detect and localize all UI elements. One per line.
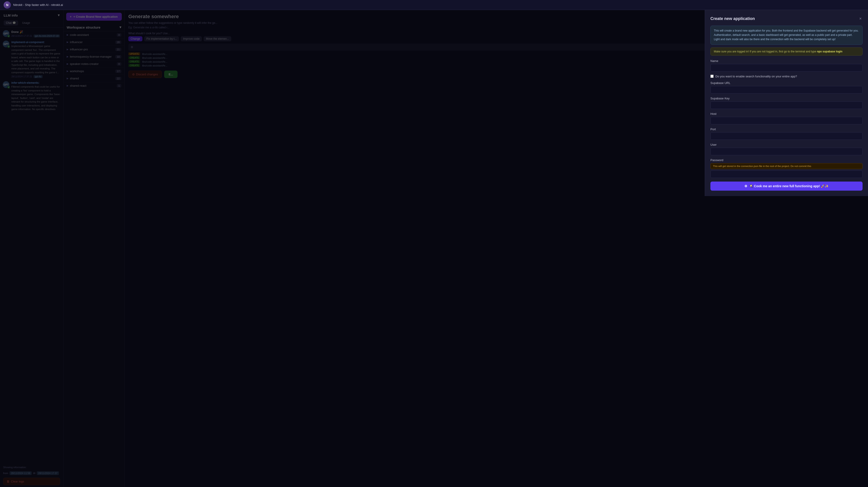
create-app-modal: Create new application × This will creat… [705, 10, 868, 196]
password-field-group: Password This will get stored in the con… [710, 159, 863, 178]
app-logo: N [4, 1, 11, 9]
supabase-key-label: Supabase Key [710, 97, 863, 100]
password-label: Password [710, 159, 863, 162]
search-checkbox[interactable] [710, 75, 714, 78]
host-input[interactable] [710, 117, 863, 124]
name-input[interactable] [710, 64, 863, 71]
modal-overlay: Create new application × This will creat… [0, 10, 868, 487]
search-checkbox-row: Do you want to enable search functionali… [710, 75, 863, 78]
modal-info-box: This will create a brand new application… [710, 26, 863, 45]
name-field-group: Name [710, 59, 863, 71]
modal-close-button[interactable]: × [858, 16, 863, 22]
user-input[interactable] [710, 148, 863, 155]
supabase-key-group: Supabase Key [710, 97, 863, 109]
port-input[interactable] [710, 132, 863, 140]
app-title: Nitrokit - Ship faster with AI - nitroki… [13, 3, 63, 7]
user-label: User [710, 143, 863, 146]
user-field-group: User [710, 143, 863, 155]
port-label: Port [710, 127, 863, 131]
topbar: N Nitrokit - Ship faster with AI - nitro… [0, 0, 868, 10]
supabase-url-group: Supabase URL [710, 81, 863, 93]
port-field-group: Port [710, 127, 863, 140]
supabase-url-input[interactable] [710, 86, 863, 93]
modal-warning-box: Make sure you are logged in! If you are … [710, 48, 863, 56]
name-label: Name [710, 59, 863, 63]
password-input[interactable] [710, 170, 863, 178]
search-checkbox-label: Do you want to enable search functionali… [715, 75, 797, 78]
warning-code: npx supabase login [817, 50, 842, 53]
cook-app-button[interactable]: ⚙ 🍳 Cook me an entire new full functioni… [710, 181, 863, 191]
main-layout: LLM info ▾ Chat 💬 Usage GPT ✓ Done 🎉 [0, 10, 868, 487]
supabase-key-input[interactable] [710, 102, 863, 109]
password-warning-box: This will get stored in the connection.j… [710, 163, 863, 169]
modal-title: Create new application [710, 16, 755, 21]
supabase-url-label: Supabase URL [710, 81, 863, 85]
host-label: Host [710, 112, 863, 115]
sparkle-icon: ⚙ [744, 184, 747, 188]
modal-header: Create new application × [710, 16, 863, 22]
host-field-group: Host [710, 112, 863, 124]
